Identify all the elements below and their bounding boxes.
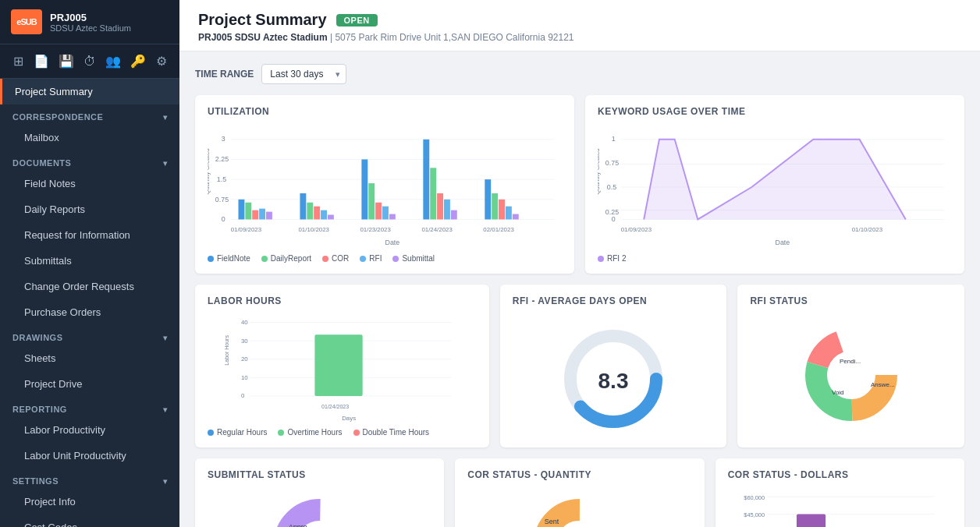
rfi-avg-title: RFI - AVERAGE DAYS OPEN [513, 295, 715, 306]
reporting-chevron: ▾ [163, 405, 168, 414]
sidebar-section-settings[interactable]: SETTINGS ▾ [0, 469, 179, 489]
svg-rect-101 [797, 514, 826, 527]
svg-text:Sent: Sent [545, 518, 559, 525]
svg-text:0.75: 0.75 [605, 159, 619, 167]
settings-header-label: SETTINGS [12, 476, 59, 486]
svg-rect-32 [492, 193, 498, 220]
row-2-charts: LABOR HOURS 40 30 20 10 0 Labor Hours [195, 285, 964, 447]
sidebar-item-project-summary[interactable]: Project Summary [0, 79, 179, 104]
row-3-charts: SUBMITTAL STATUS Appro... Pendin... COR … [195, 458, 964, 527]
keyword-legend: RFI 2 [598, 254, 952, 263]
svg-rect-13 [252, 210, 258, 220]
cor-status-dollars-title: COR STATUS - DOLLARS [728, 469, 952, 480]
svg-rect-28 [437, 193, 443, 220]
page-title: Project Summary [198, 11, 327, 29]
sidebar-item-rfi[interactable]: Request for Information [0, 222, 179, 248]
svg-rect-30 [451, 210, 457, 220]
project-name: SDSU Aztec Stadium [50, 23, 131, 33]
svg-text:01/23/2023: 01/23/2023 [360, 226, 391, 233]
svg-text:40: 40 [241, 319, 248, 326]
svg-rect-19 [321, 210, 327, 220]
mailbox-label: Mailbox [24, 132, 59, 143]
time-range-select-wrapper[interactable]: Last 30 days Last 7 days Last 60 days La… [261, 64, 346, 84]
svg-rect-11 [238, 200, 244, 220]
rfi-status-card: RFI STATUS Pendi... Answe... Void [737, 285, 964, 447]
sidebar-item-field-notes[interactable]: Field Notes [0, 171, 179, 196]
correspondence-header-label: CORRESPONDENCE [12, 112, 103, 122]
cost-codes-label: Cost Codes [24, 522, 77, 527]
rfi-status-chart: Pendi... Answe... Void [750, 314, 952, 436]
legend-regular-hours: Regular Hours [208, 428, 267, 437]
svg-text:Pendi...: Pendi... [840, 358, 861, 365]
settings-chevron: ▾ [163, 477, 168, 486]
sidebar-item-change-order-requests[interactable]: Change Order Requests [0, 274, 179, 299]
svg-text:0.75: 0.75 [215, 196, 229, 203]
sidebar-item-purchase-orders[interactable]: Purchase Orders [0, 299, 179, 325]
rfi-avg-gauge: 8.3 [513, 314, 715, 436]
resources-nav-icon[interactable]: 👥 [101, 51, 126, 72]
sidebar: eSUB PRJ005 SDSU Aztec Stadium ⊞ 📄 💾 ⏱ 👥… [0, 0, 179, 527]
sidebar-section-correspondence[interactable]: CORRESPONDENCE ▾ [0, 104, 179, 125]
sidebar-logo: eSUB PRJ005 SDSU Aztec Stadium [0, 0, 179, 44]
time-range-bar: TIME RANGE Last 30 days Last 7 days Last… [195, 64, 964, 84]
svg-text:Quantity Created: Quantity Created [598, 148, 601, 195]
sidebar-item-sheets[interactable]: Sheets [0, 345, 179, 371]
svg-rect-22 [368, 183, 375, 219]
sidebar-item-daily-reports[interactable]: Daily Reports [0, 196, 179, 222]
subtitle-address: 5075 Park Rim Drive Unit 1,SAN DIEGO Cal… [335, 32, 573, 43]
project-info-label: Project Info [24, 496, 76, 508]
sidebar-section-reporting[interactable]: REPORTING ▾ [0, 397, 179, 417]
labor-hours-title: LABOR HOURS [208, 295, 477, 306]
content-area: TIME RANGE Last 30 days Last 7 days Last… [179, 51, 980, 527]
sidebar-item-project-drive[interactable]: Project Drive [0, 371, 179, 397]
svg-text:Quantity Created: Quantity Created [208, 148, 211, 195]
svg-rect-33 [499, 200, 505, 220]
svg-rect-35 [513, 214, 519, 220]
svg-text:02/01/2023: 02/01/2023 [483, 226, 514, 233]
row-1-charts: UTILIZATION 3 2.25 1.5 0.75 0 Quantity C… [195, 95, 964, 274]
admin-nav-icon[interactable]: 🔑 [126, 51, 151, 72]
documents-nav-icon[interactable]: 📄 [29, 51, 54, 72]
settings-nav-icon[interactable]: ⚙ [151, 51, 172, 72]
sidebar-section-drawings[interactable]: DRAWINGS ▾ [0, 325, 179, 345]
svg-rect-14 [259, 209, 265, 220]
utilization-legend: FieldNote DailyReport COR RFI Submittal [208, 254, 562, 263]
daily-reports-label: Daily Reports [24, 203, 85, 215]
projects-icon[interactable]: ⊞ [8, 51, 29, 72]
time-range-select[interactable]: Last 30 days Last 7 days Last 60 days La… [261, 64, 346, 84]
svg-rect-17 [307, 203, 313, 220]
legend-submittal: Submittal [392, 254, 435, 263]
svg-rect-21 [361, 159, 368, 219]
svg-marker-53 [644, 140, 906, 220]
keyword-usage-title: KEYWORD USAGE OVER TIME [598, 106, 952, 117]
sidebar-item-cost-codes[interactable]: Cost Codes [0, 515, 179, 527]
project-summary-label: Project Summary [15, 86, 93, 97]
time-nav-icon[interactable]: ⏱ [79, 51, 101, 72]
svg-text:3: 3 [222, 135, 225, 143]
cor-status-dollars-chart: $60,000 $45,000 $30,000 $15,000 $0 [728, 488, 952, 527]
labor-hours-chart: 40 30 20 10 0 Labor Hours 01/24/2023 [208, 314, 477, 423]
sidebar-item-labor-unit-productivity[interactable]: Labor Unit Productivity [0, 443, 179, 469]
sidebar-item-project-info[interactable]: Project Info [0, 489, 179, 515]
sidebar-item-submittals[interactable]: Submittals [0, 248, 179, 274]
svg-text:Void: Void [832, 389, 844, 396]
page-header: Project Summary OPEN PRJ005 SDSU Aztec S… [179, 0, 980, 51]
svg-text:0: 0 [222, 215, 225, 223]
svg-rect-20 [328, 215, 334, 220]
sidebar-item-mailbox[interactable]: Mailbox [0, 125, 179, 150]
utilization-title: UTILIZATION [208, 106, 562, 117]
drive-nav-icon[interactable]: 💾 [54, 51, 79, 72]
svg-text:01/10/2023: 01/10/2023 [298, 226, 329, 233]
cor-status-qty-chart: Sent Appro... Pendin... [467, 488, 691, 527]
purchase-orders-label: Purchase Orders [24, 306, 101, 318]
keyword-usage-card: KEYWORD USAGE OVER TIME 1 0.75 0.5 0.25 … [585, 95, 964, 274]
svg-rect-16 [300, 193, 306, 220]
header-subtitle: PRJ005 SDSU Aztec Stadium | 5075 Park Ri… [198, 32, 961, 43]
legend-cor: COR [322, 254, 349, 263]
svg-text:Date: Date [775, 239, 790, 246]
sidebar-item-labor-productivity[interactable]: Labor Productivity [0, 417, 179, 443]
sidebar-section-documents[interactable]: DOCUMENTS ▾ [0, 150, 179, 171]
svg-text:30: 30 [241, 338, 248, 345]
legend-fieldnote: FieldNote [208, 254, 250, 263]
documents-header-label: DOCUMENTS [12, 158, 71, 168]
